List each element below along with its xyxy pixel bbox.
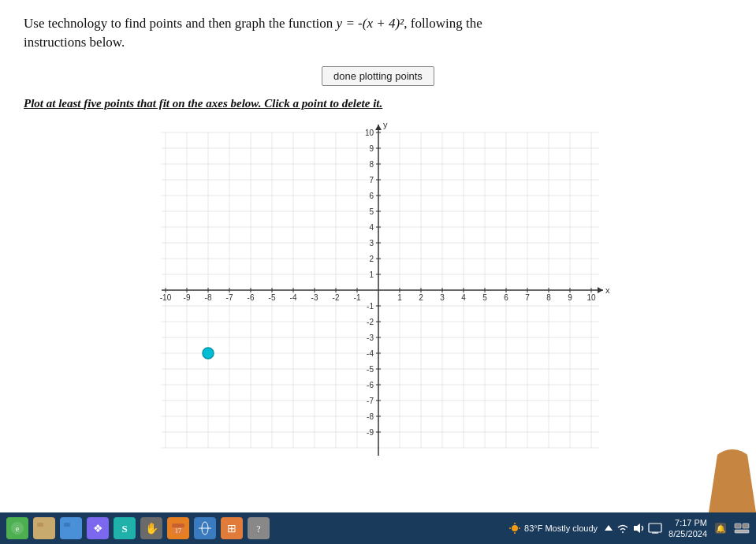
svg-text:-9: -9 — [183, 293, 190, 302]
svg-text:-2: -2 — [332, 293, 339, 302]
svg-text:-7: -7 — [367, 397, 374, 405]
svg-text:1: 1 — [369, 270, 374, 279]
hand-icon[interactable]: ✋ — [140, 517, 162, 539]
svg-text:-5: -5 — [268, 293, 275, 302]
svg-text:8: 8 — [546, 293, 551, 302]
svg-text:-5: -5 — [367, 365, 374, 374]
svg-text:-8: -8 — [367, 412, 374, 421]
svg-rect-147 — [649, 524, 661, 532]
plotted-point[interactable] — [203, 348, 214, 359]
svg-text:3: 3 — [369, 239, 374, 248]
instruction-text: Use technology to find points and then g… — [24, 14, 732, 52]
svg-text:5: 5 — [482, 293, 487, 302]
main-content: Use technology to find points and then g… — [0, 0, 756, 512]
taskbar: e ❖ S ✋ 17 ⊞ ? 83°F Mostl — [0, 512, 756, 544]
svg-point-140 — [512, 525, 518, 531]
svg-text:-9: -9 — [367, 428, 374, 437]
svg-text:❖: ❖ — [93, 523, 103, 535]
instruction-line3: instructions below. — [24, 35, 125, 50]
svg-text:S: S — [121, 523, 127, 535]
svg-text:-10: -10 — [159, 293, 171, 302]
start-button[interactable]: e — [6, 517, 28, 539]
svg-text:6: 6 — [369, 192, 374, 200]
svg-marker-41 — [598, 287, 603, 293]
y-axis-label: y — [383, 120, 388, 129]
svg-text:-8: -8 — [204, 293, 211, 302]
svg-text:2: 2 — [419, 293, 423, 302]
svg-text:-3: -3 — [311, 293, 318, 302]
svg-text:7: 7 — [525, 293, 530, 302]
display-icon — [648, 523, 662, 534]
svg-text:?: ? — [256, 524, 260, 535]
file-manager-icon[interactable] — [60, 517, 82, 539]
svg-text:-4: -4 — [367, 349, 374, 358]
taskbar-right: 83°F Mostly cloudy 7:17 PM 8/25/2024 🔔 — [508, 517, 750, 540]
plot-instruction: Plot at least five points that fit on th… — [24, 97, 732, 110]
svg-text:1: 1 — [397, 293, 402, 302]
svg-rect-127 — [64, 523, 70, 527]
svg-text:4: 4 — [461, 293, 466, 302]
graph-container[interactable]: -10 -9 -8 -7 -6 -5 -4 -3 -2 -1 1 2 3 4 5… — [142, 117, 615, 479]
svg-text:-6: -6 — [367, 381, 374, 389]
notification-icon[interactable]: 🔔 — [713, 521, 728, 535]
time-display: 7:17 PM — [675, 517, 707, 528]
clock: 7:17 PM 8/25/2024 — [668, 517, 707, 540]
svg-text:✋: ✋ — [145, 522, 159, 535]
svg-text:17: 17 — [175, 527, 181, 535]
svg-text:5: 5 — [369, 207, 374, 216]
system-tray — [604, 523, 662, 534]
svg-marker-43 — [375, 125, 382, 130]
taskview-icon[interactable] — [734, 521, 750, 535]
tiles-icon[interactable]: ⊞ — [221, 517, 243, 539]
svg-rect-125 — [37, 523, 43, 527]
svg-text:3: 3 — [440, 293, 445, 302]
weather-text: 83°F Mostly cloudy — [524, 524, 598, 533]
svg-text:10: 10 — [364, 129, 374, 137]
plot-instr-before: Plot at least — [24, 97, 84, 110]
svg-text:🔔: 🔔 — [716, 524, 726, 534]
settings-icon[interactable]: ❖ — [87, 517, 109, 539]
instruction-line2: , following the — [404, 16, 482, 31]
svg-text:9: 9 — [369, 144, 374, 153]
instruction-line1: Use technology to find points and then g… — [24, 16, 337, 31]
graph-svg[interactable]: -10 -9 -8 -7 -6 -5 -4 -3 -2 -1 1 2 3 4 5… — [142, 117, 615, 479]
weather-icon — [508, 522, 521, 535]
browser-icon[interactable] — [194, 517, 216, 539]
function-label: y = -(x + 4)² — [337, 16, 404, 31]
svg-text:-3: -3 — [367, 333, 374, 342]
svg-text:8: 8 — [369, 160, 374, 169]
svg-text:10: 10 — [587, 293, 596, 302]
plot-instr-emphasis: five — [84, 97, 101, 110]
svg-rect-152 — [735, 524, 741, 528]
volume-icon[interactable] — [632, 523, 645, 534]
svg-text:-1: -1 — [353, 293, 360, 302]
svg-marker-146 — [634, 524, 640, 533]
tray-expand-icon[interactable] — [604, 524, 613, 533]
wifi-icon — [616, 523, 629, 534]
svg-text:2: 2 — [369, 255, 374, 263]
svg-text:⊞: ⊞ — [227, 523, 236, 535]
svg-text:6: 6 — [504, 293, 508, 302]
svg-text:-4: -4 — [289, 293, 296, 302]
folder-icon[interactable] — [33, 517, 55, 539]
svg-text:-1: -1 — [367, 302, 374, 311]
svg-text:-6: -6 — [247, 293, 254, 302]
svg-text:e: e — [16, 524, 20, 533]
plot-instr-after: points that fit on the axes below. Click… — [102, 97, 383, 110]
svg-rect-154 — [735, 530, 749, 533]
svg-text:9: 9 — [568, 293, 572, 302]
svg-text:-2: -2 — [367, 318, 374, 326]
x-axis-label: x — [605, 285, 610, 295]
done-plotting-button[interactable]: done plotting points — [322, 66, 434, 86]
svg-text:-7: -7 — [225, 293, 233, 302]
teal-s-icon[interactable]: S — [114, 517, 136, 539]
svg-marker-145 — [605, 525, 613, 531]
weather-display: 83°F Mostly cloudy — [508, 522, 598, 535]
date-display: 8/25/2024 — [668, 528, 707, 539]
svg-rect-153 — [743, 524, 749, 528]
question-icon[interactable]: ? — [248, 517, 270, 539]
svg-text:4: 4 — [369, 223, 374, 232]
done-btn-container: done plotting points — [24, 66, 732, 86]
calendar-icon[interactable]: 17 — [167, 517, 189, 539]
svg-text:7: 7 — [369, 176, 374, 184]
